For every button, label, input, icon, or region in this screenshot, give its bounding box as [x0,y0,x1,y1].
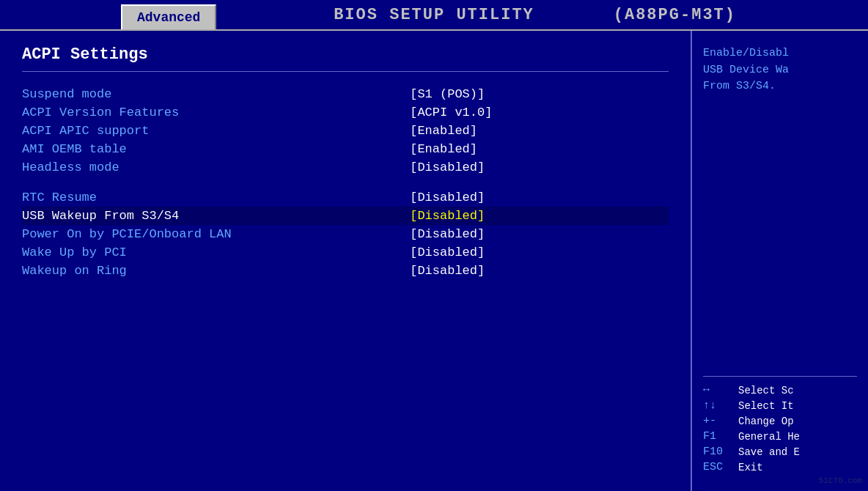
settings-table-1: Suspend mode [S1 (POS)] ACPI Version Fea… [22,85,669,177]
setting-value: [Disabled] [410,262,669,280]
setting-name: AMI OEMB table [22,140,410,158]
key-description: Exit [738,462,763,473]
settings-table-2: RTC Resume [Disabled] USB Wakeup From S3… [22,188,669,280]
setting-value: [Enabled] [410,122,669,140]
table-row[interactable]: Suspend mode [S1 (POS)] [22,85,669,103]
watermark: 51CTO.com [819,476,862,485]
setting-name: ACPI Version Features [22,103,410,122]
key-symbol: ESC [703,461,738,473]
table-row[interactable]: RTC Resume [Disabled] [22,188,669,207]
setting-name: Headless mode [22,158,410,177]
table-row[interactable]: AMI OEMB table [Enabled] [22,140,669,158]
right-panel: Enable/Disabl USB Device Wa From S3/S4. … [692,31,868,491]
key-row: ESC Exit [703,461,857,473]
setting-value: [Disabled] [410,207,669,225]
setting-name: USB Wakeup From S3/S4 [22,207,410,225]
setting-value: [Disabled] [410,158,669,177]
key-description: Select Sc [738,385,794,396]
table-row[interactable]: Wakeup on Ring [Disabled] [22,262,669,280]
key-row: ↑↓ Select It [703,399,857,412]
table-row[interactable]: ACPI Version Features [ACPI v1.0] [22,103,669,122]
top-header: Advanced BIOS SETUP UTILITY (A88PG-M3T) [0,0,868,31]
setting-name: RTC Resume [22,188,410,207]
key-symbol: F1 [703,430,738,443]
model-title: (A88PG-M3T) [614,6,736,24]
table-row[interactable]: USB Wakeup From S3/S4 [Disabled] [22,207,669,225]
key-symbol: ↑↓ [703,399,738,412]
table-row[interactable]: Power On by PCIE/Onboard LAN [Disabled] [22,225,669,243]
help-text: Enable/Disabl USB Device Wa From S3/S4. [703,45,857,95]
key-row: F10 Save and E [703,446,857,458]
help-line1: Enable/Disabl [703,47,789,59]
table-row[interactable]: ACPI APIC support [Enabled] [22,122,669,140]
key-symbol: +- [703,415,738,427]
section-title: ACPI Settings [22,45,669,64]
setting-name: Wake Up by PCI [22,243,410,262]
setting-value: [S1 (POS)] [410,85,669,103]
key-row: ↔ Select Sc [703,384,857,396]
main-content: ACPI Settings Suspend mode [S1 (POS)] AC… [0,31,868,491]
table-row[interactable]: Headless mode [Disabled] [22,158,669,177]
key-symbol: F10 [703,446,738,458]
setting-name: Power On by PCIE/Onboard LAN [22,225,410,243]
setting-name: Suspend mode [22,85,410,103]
tab-advanced[interactable]: Advanced [121,4,216,29]
key-row: +- Change Op [703,415,857,427]
table-row[interactable]: Wake Up by PCI [Disabled] [22,243,669,262]
setting-name: ACPI APIC support [22,122,410,140]
key-legend: ↔ Select Sc ↑↓ Select It +- Change Op F1… [703,376,857,476]
setting-value: [Disabled] [410,243,669,262]
setting-value: [ACPI v1.0] [410,103,669,122]
setting-value: [Disabled] [410,225,669,243]
help-line2: USB Device Wa [703,64,789,76]
left-panel: ACPI Settings Suspend mode [S1 (POS)] AC… [0,31,692,491]
key-description: General He [738,431,800,443]
setting-value: [Disabled] [410,188,669,207]
setting-name: Wakeup on Ring [22,262,410,280]
key-description: Select It [738,400,794,412]
key-row: F1 General He [703,430,857,443]
key-description: Save and E [738,446,800,458]
key-symbol: ↔ [703,384,738,396]
help-line3: From S3/S4. [703,80,776,92]
section-divider [22,71,669,72]
key-description: Change Op [738,416,794,427]
setting-value: [Enabled] [410,140,669,158]
